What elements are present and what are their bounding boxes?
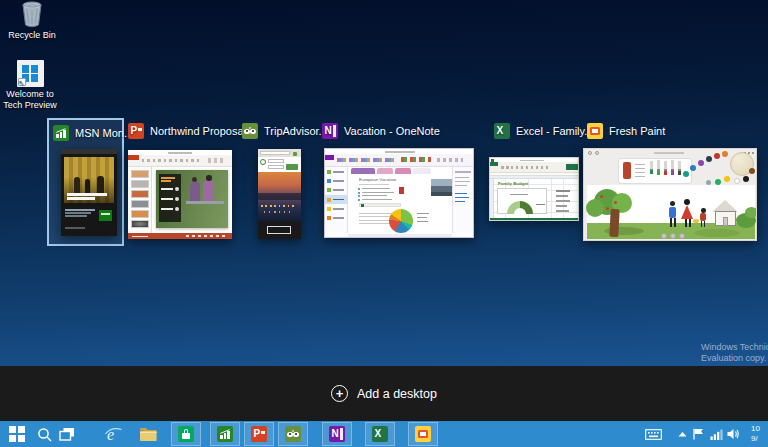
network-button[interactable] [710, 421, 723, 447]
taskbar: e P N X [0, 421, 768, 447]
watermark-line2: Evaluation copy. B [701, 353, 768, 364]
touch-keyboard-icon [645, 429, 662, 440]
task-thumbnail-fresh-paint[interactable]: Fresh Paint [579, 118, 761, 245]
clock[interactable]: 10 9/ [751, 424, 768, 444]
chevron-up-icon [678, 431, 687, 437]
desktop-icon-welcome[interactable]: ↖ Welcome to Tech Preview [0, 60, 60, 111]
taskbar-app-excel[interactable]: X [365, 422, 395, 446]
desktop-icon-label-line1: Welcome to [6, 89, 53, 99]
action-center-button[interactable] [693, 421, 704, 447]
fresh-paint-icon [415, 426, 431, 442]
task-thumbnail-onenote[interactable]: N Vacation - OneNote European Vacation [318, 118, 478, 244]
taskbar-app-onenote[interactable]: N [322, 422, 352, 446]
excel-sheet-title: Family Budget [498, 181, 528, 186]
watermark-line1: Windows Technic [701, 342, 768, 353]
powerpoint-icon: P [128, 123, 144, 139]
welcome-tile-icon: ↖ [17, 60, 44, 87]
task-thumbnail-excel[interactable]: X Excel - Family... Family Budget [485, 118, 585, 228]
add-desktop-label: Add a desktop [357, 387, 437, 401]
desktop-icon-recycle-bin[interactable]: Recycle Bin [2, 1, 62, 41]
shortcut-arrow-icon: ↖ [18, 78, 26, 86]
window-preview-fresh-paint[interactable] [583, 148, 757, 241]
desktop-icon-label: Recycle Bin [8, 30, 56, 40]
network-signal-icon [710, 429, 723, 440]
task-thumbnail-tripadvisor[interactable]: TripAdvisor... [238, 118, 306, 244]
speaker-icon [727, 428, 740, 440]
onenote-page-title: European Vacation [359, 177, 396, 182]
task-view-bottom-bar: + Add a desktop [0, 366, 768, 421]
svg-text:e: e [107, 426, 114, 443]
windows-logo-icon [9, 426, 25, 442]
recycle-bin-icon [19, 1, 45, 28]
internet-explorer-button[interactable]: e [101, 421, 125, 447]
fresh-paint-icon [587, 123, 603, 139]
add-desktop-button[interactable]: + Add a desktop [331, 385, 437, 402]
internet-explorer-icon: e [104, 425, 123, 443]
window-preview-powerpoint[interactable] [128, 150, 232, 239]
window-preview-excel[interactable]: Family Budget [489, 157, 579, 221]
task-view-button[interactable] [56, 421, 78, 447]
tripadvisor-icon [285, 426, 301, 442]
plus-circle-icon: + [331, 385, 348, 402]
taskbar-app-powerpoint[interactable]: P [244, 422, 274, 446]
search-button[interactable] [33, 421, 55, 447]
taskbar-app-msn-money[interactable] [210, 422, 240, 446]
desktop: Recycle Bin ↖ Welcome to Tech Preview MS… [0, 0, 768, 447]
thumbnail-title: Vacation - OneNote [344, 125, 440, 137]
window-preview-msn-money[interactable] [61, 149, 117, 236]
msn-money-icon [217, 426, 233, 442]
start-button[interactable] [5, 421, 29, 447]
desktop-icon-label-line2: Tech Preview [3, 100, 57, 110]
taskbar-app-tripadvisor[interactable] [278, 422, 308, 446]
touch-keyboard-button[interactable] [645, 421, 662, 447]
task-view-icon [59, 427, 75, 441]
evaluation-watermark: Windows Technic Evaluation copy. B [701, 342, 768, 364]
volume-button[interactable] [727, 421, 740, 447]
task-thumbnail-powerpoint[interactable]: P Northwind Proposa... [124, 118, 236, 244]
tripadvisor-icon [242, 123, 258, 139]
window-preview-tripadvisor[interactable] [258, 149, 301, 239]
clock-time: 10 [751, 424, 768, 434]
search-icon [37, 427, 52, 442]
thumbnail-title: Fresh Paint [609, 125, 665, 137]
file-explorer-button[interactable] [136, 421, 160, 447]
show-hidden-icons-button[interactable] [678, 421, 687, 447]
taskbar-app-store[interactable] [171, 422, 201, 446]
flag-icon [693, 428, 704, 440]
onenote-icon: N [322, 123, 338, 139]
taskbar-app-fresh-paint[interactable] [408, 422, 438, 446]
excel-icon: X [494, 123, 510, 139]
window-preview-onenote[interactable]: European Vacation [324, 148, 474, 238]
excel-icon: X [372, 426, 388, 442]
powerpoint-icon: P [251, 426, 267, 442]
onenote-icon: N [329, 426, 345, 442]
msn-money-icon [53, 125, 69, 141]
store-icon [178, 426, 194, 442]
task-thumbnail-msn-money[interactable]: MSN Mon... [47, 118, 124, 246]
clock-date: 9/ [751, 434, 768, 444]
file-explorer-icon [139, 427, 157, 442]
